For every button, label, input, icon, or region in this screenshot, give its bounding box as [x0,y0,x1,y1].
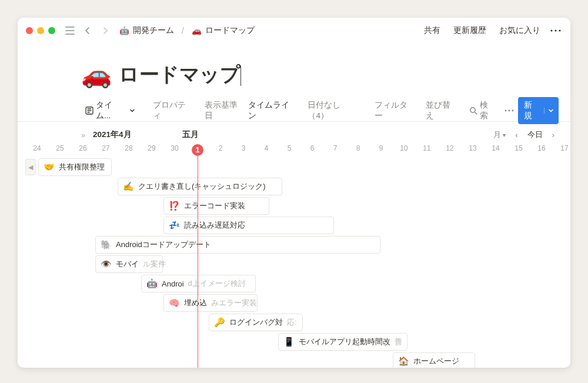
task-label: モバイルアプリ起動時間改 [299,337,390,347]
favorite-button[interactable]: お気に入り [495,23,544,38]
close-dot[interactable] [26,27,33,34]
nodate-button[interactable]: 日付なし（4） [303,98,365,124]
task-label: モバイ [116,259,139,269]
timeline-task[interactable]: 🏠ホームページ [393,352,475,368]
task-label-overflow: ル案件 [143,259,166,269]
timeline-body[interactable]: ◀🤝共有権限整理✍️クエリ書き直し(キャッシュロジック)⁉️エラーコード実装💤読… [18,158,570,368]
expand-sidebar-icon[interactable]: » [81,131,86,139]
task-label: ホームページ [413,356,459,367]
svg-point-5 [505,109,507,111]
timeline-task[interactable]: 🔑ログインバグ対応: [209,314,303,331]
day-label: 17 [553,144,570,152]
svg-point-6 [509,109,510,111]
expand-left-handle[interactable]: ◀ [25,159,36,175]
task-emoji: 📱 [283,337,295,347]
task-emoji: 🔑 [214,317,225,328]
task-emoji: 🧠 [169,298,180,308]
task-emoji: 🤝 [44,162,55,172]
task-label: 読み込み遅延対応 [184,220,245,231]
back-icon[interactable] [81,24,94,37]
task-label: 埋め込 [184,298,207,308]
svg-point-2 [559,29,560,31]
window-controls [26,27,55,34]
day-label: 28 [118,144,140,152]
day-label: 16 [530,144,553,152]
breadcrumb-current[interactable]: 🚗 ロードマップ [189,24,258,38]
timeline-task[interactable]: 💤読み込み遅延対応 [163,217,334,234]
day-label: 9 [370,144,392,152]
timeline-task[interactable]: 🐘Androidコードアップデート [95,236,380,254]
forward-icon[interactable] [99,24,112,37]
task-label: Androi [162,279,184,288]
search-icon [469,106,477,115]
chevron-down-icon[interactable] [544,108,554,114]
day-label: 13 [462,144,484,152]
filter-button[interactable]: フィルター [370,98,420,124]
day-label: 15 [507,144,530,152]
timeline-task[interactable]: ⁉️エラーコード実装 [163,197,269,215]
properties-button[interactable]: プロパティ [149,98,198,124]
day-label: 14 [485,144,507,152]
timeline-task[interactable]: 🤝共有権限整理 [38,158,112,176]
today-line [198,156,198,368]
day-label: 25 [49,144,71,152]
svg-point-1 [554,29,556,31]
day-label: 27 [95,144,117,152]
view-picker[interactable]: タイム... [81,98,139,124]
task-label-overflow: d上イメージ検討 [188,278,246,289]
day-label: 7 [324,144,346,152]
breadcrumb-current-emoji: 🚗 [192,26,202,35]
day-label: 24 [26,144,48,152]
scale-picker[interactable]: 月 ▾ [489,128,510,142]
new-button[interactable]: 新規 [518,97,559,124]
task-label-overflow: みエラー実装 [211,298,257,308]
breadcrumb-parent-emoji: 🤖 [119,26,129,35]
day-label: 1 [186,144,209,156]
group-button[interactable]: 表示基準日 タイムライン [201,98,302,124]
toolbar-more-icon[interactable] [503,104,516,117]
prev-button[interactable]: ‹ [511,129,522,141]
task-label-overflow: 応: [287,317,297,328]
svg-point-0 [550,29,552,31]
svg-point-4 [470,107,475,112]
timeline-task[interactable]: ✍️クエリ書き直し(キャッシュロジック) [118,178,282,195]
timeline-task[interactable]: 👁️モバイル案件 [95,255,163,273]
breadcrumb-parent[interactable]: 🤖 開発チーム [116,24,177,38]
task-label-overflow: 善 [395,337,402,347]
day-label: 29 [141,144,163,152]
today-button[interactable]: 今日 [523,128,547,142]
history-button[interactable]: 更新履歴 [449,23,490,38]
task-emoji: 💤 [169,220,180,231]
page-emoji[interactable]: 🚗 [81,60,112,89]
next-button[interactable]: › [548,129,559,141]
view-toolbar: タイム... プロパティ 表示基準日 タイムライン 日付なし（4） フィルター … [18,99,570,122]
sort-button[interactable]: 並び替え [422,98,463,124]
search-button[interactable]: 検索 [465,98,500,124]
task-emoji: ✍️ [123,181,134,192]
month-label-2: 五月 [182,129,199,140]
task-emoji: 🐘 [101,239,112,250]
breadcrumb-current-label: ロードマップ [205,25,255,36]
timeline-task[interactable]: 📱モバイルアプリ起動時間改善 [278,333,407,351]
minimize-dot[interactable] [37,27,44,34]
more-icon[interactable] [549,24,562,37]
day-label: 6 [301,144,323,152]
breadcrumb-parent-label: 開発チーム [133,25,174,36]
day-label: 5 [278,144,300,152]
maximize-dot[interactable] [48,27,55,34]
task-emoji: 🏠 [398,356,409,367]
timeline-task[interactable]: 🧠埋め込みエラー実装 [163,294,258,312]
task-label: エラーコード実装 [184,201,245,211]
task-emoji: 👁️ [101,259,112,269]
task-label: ログインバグ対 [229,317,283,328]
menu-icon[interactable] [64,24,76,37]
day-label: 12 [439,144,461,152]
task-label: Androidコードアップデート [116,239,211,250]
timeline-task[interactable]: 🤖Android上イメージ検討 [141,275,256,292]
day-label: 2 [209,144,232,152]
page-title[interactable]: ロードマップ [119,61,241,88]
share-button[interactable]: 共有 [420,23,445,38]
task-emoji: 🤖 [146,278,158,289]
task-label: クエリ書き直し(キャッシュロジック) [138,181,266,192]
month-label-1: 2021年4月 [93,129,132,140]
